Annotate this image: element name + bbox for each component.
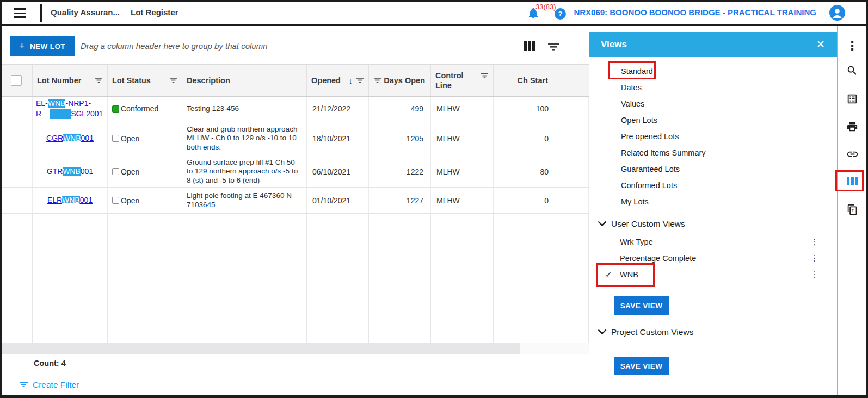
row-select-cell[interactable] [2,156,33,187]
views-item-pre-opened-lots[interactable]: Pre opened Lots [589,128,837,145]
views-item-open-lots[interactable]: Open Lots [589,112,837,128]
control-line-cell: MLHW [431,121,494,156]
views-item-conformed-lots[interactable]: Conformed Lots [589,177,837,194]
lot-register-grid: Lot Number Lot Status Description Opened… [2,64,589,343]
save-view-button-user[interactable]: SAVE VIEW [614,296,669,315]
user-view-item-percentage-complete[interactable]: Percentage Complete⋮ [589,250,837,266]
lot-number-link[interactable]: SGL2001 [71,109,103,118]
header-lot-status[interactable]: Lot Status [108,65,182,96]
right-toolbar: ⋮ T [837,26,866,395]
empty-cell [431,214,494,343]
save-view-button-project[interactable]: SAVE VIEW [614,357,669,375]
lot-number-link[interactable]: 001 [81,167,93,176]
opened-cell: 01/10/2021 [307,188,369,213]
grid-header-row: Lot Number Lot Status Description Opened… [2,64,589,97]
lot-number-cell: GTRWNB001 [33,156,108,187]
views-item-guaranteed-lots[interactable]: Guaranteed Lots [589,161,837,177]
table-row: CGRWNB001OpenClear and grub northern app… [2,121,589,156]
filter-icon[interactable] [481,72,488,80]
row-select-cell[interactable] [2,97,33,121]
help-icon[interactable]: ? [555,8,566,20]
link-icon[interactable] [846,147,859,160]
row-select-cell[interactable] [2,121,33,156]
sort-desc-icon: ↓ [349,76,353,85]
menu-icon[interactable] [14,8,26,18]
lot-number-link[interactable]: 001 [81,134,94,142]
table-row: GTRWNB001OpenGround surface prep fill #1… [2,156,589,188]
column-views-icon[interactable] [846,175,859,188]
search-icon[interactable] [846,64,859,77]
lot-number-link[interactable]: CGR [46,134,63,142]
lot-number-link-highlighted[interactable]: WNB [48,99,66,108]
filter-icon[interactable] [374,76,381,85]
new-lot-button[interactable]: + NEW LOT [10,36,75,56]
module-title[interactable]: Quality Assuran... [51,8,120,17]
horizontal-scrollbar[interactable] [2,343,589,354]
notification-count-badge[interactable]: 33(83) [535,3,556,11]
print-icon[interactable] [846,120,859,133]
footer-divider [2,375,589,375]
user-view-label: Wrk Type [620,234,653,250]
header-ch-start[interactable]: Ch Start [494,65,556,96]
filter-icon[interactable] [170,76,177,85]
check-icon: ✓ [605,266,612,283]
header-opened[interactable]: Opened ↓ [307,65,369,96]
copy-view-icon[interactable]: T [846,203,859,216]
ch-start-cell: 80 [494,156,556,187]
lot-number-cell: EL-WNB-NRP1-RSGL2001 [33,97,108,121]
column-chooser-icon[interactable] [524,41,535,51]
select-all-checkbox[interactable] [11,75,22,86]
header-lot-number[interactable]: Lot Number [33,65,108,96]
user-avatar-icon[interactable] [829,5,845,21]
create-filter-button[interactable]: Create Filter [20,380,79,390]
ch-start-cell: 100 [494,97,556,121]
filter-icon[interactable] [356,76,364,85]
opened-cell: 18/10/2021 [307,121,369,156]
views-item-values[interactable]: Values [589,96,837,112]
extra-cell [556,97,589,121]
lot-number-link[interactable]: R [36,109,41,118]
lot-number-link-highlighted[interactable]: WNB [63,167,81,176]
lot-number-link-highlighted[interactable]: WNB [63,134,81,142]
view-list-icon[interactable] [846,92,859,105]
kebab-menu-icon[interactable]: ⋮ [810,266,818,283]
filter-row-toggle-icon[interactable] [547,43,559,53]
grid-bottom-divider [2,355,589,355]
days-open-cell: 1222 [369,156,431,187]
empty-grid-area [2,214,589,343]
kebab-menu-icon[interactable]: ⋮ [810,250,818,266]
views-item-dates[interactable]: Dates [589,79,837,96]
lot-number-link[interactable]: 001 [80,196,93,204]
user-view-item-wnb[interactable]: ✓WNB⋮ [589,266,837,283]
header-control-line[interactable]: Control Line [431,65,494,96]
filter-icon[interactable] [95,76,102,85]
empty-cell [108,214,182,343]
header-days-open[interactable]: Days Open [369,65,431,96]
kebab-menu-icon[interactable]: ⋮ [810,234,818,250]
lot-number-cell: CGRWNB001 [33,121,108,156]
user-custom-views-section[interactable]: User Custom Views [598,219,685,229]
project-custom-views-section[interactable]: Project Custom Views [598,327,693,337]
lot-number-link[interactable]: EL- [36,99,48,108]
lot-number-link[interactable]: -NRP1- [65,99,91,108]
empty-cell [182,214,307,343]
lot-number-link[interactable]: GTR [47,167,63,176]
ch-start-cell: 0 [494,121,556,156]
table-row: ELRWNB001OpenLight pole footing at E 467… [2,188,589,214]
chevron-down-icon [598,327,607,337]
header-description[interactable]: Description [182,65,307,96]
row-select-cell[interactable] [2,188,33,213]
extra-cell [556,156,589,187]
user-view-item-wrk-type[interactable]: Wrk Type⋮ [589,234,837,250]
views-item-related-items-summary[interactable]: Related Items Summary [589,145,837,161]
views-item-my-lots[interactable]: My Lots [589,194,837,210]
scrollbar-thumb[interactable] [2,343,520,354]
views-item-standard[interactable]: Standard [589,63,837,79]
lot-status-label: Conformed [121,104,158,113]
project-title[interactable]: NRX069: BOONOO BOONOO BRIDGE - PRACTICAL… [574,8,816,17]
lot-number-link-highlighted[interactable]: WNB [62,196,80,204]
lot-number-link[interactable]: ELR [47,196,62,204]
kebab-menu-icon[interactable]: ⋮ [846,40,859,53]
close-icon[interactable]: ✕ [816,38,825,51]
lot-status-cell: Open [108,121,182,156]
